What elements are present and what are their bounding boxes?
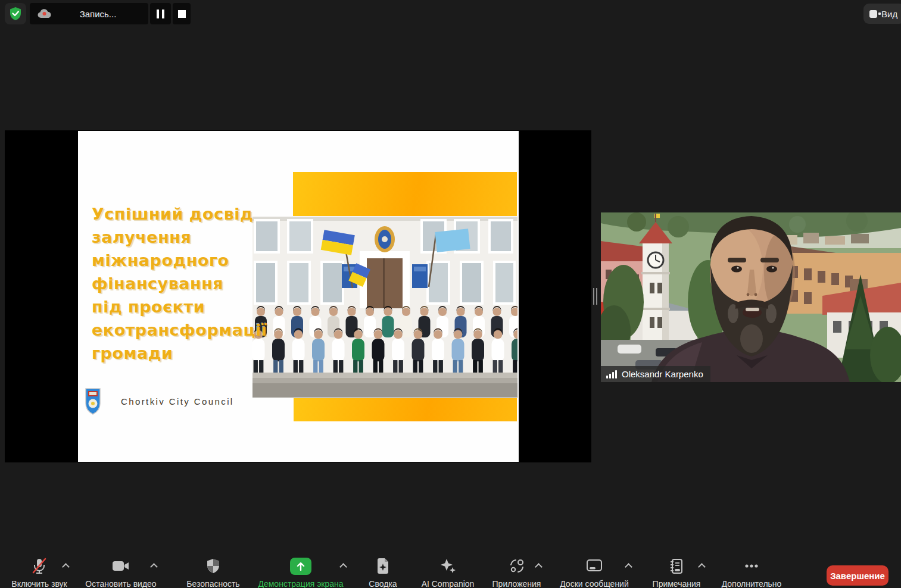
view-layout-icon [869,10,877,18]
video-camera-icon [112,559,130,573]
participant-video-scene [601,212,901,382]
more-button[interactable]: Дополнительно [722,557,781,588]
summary-document-icon [376,558,390,574]
pause-icon [155,8,166,19]
more-dots-icon [743,558,760,574]
panel-resize-handle[interactable] [593,288,598,305]
apps-button[interactable]: Приложения [488,557,545,588]
view-button-label: Вид [881,9,897,19]
slide-yellow-band-top [293,172,517,216]
share-screen-icon [290,558,311,575]
stop-icon [178,10,186,18]
cloud-recording-icon [37,8,54,20]
group-photo [252,217,517,398]
notes-button[interactable]: Примечания [649,557,704,588]
slide-title: Успішний досвід залучення міжнародного ф… [92,202,267,365]
notes-icon [669,558,684,574]
stop-recording-button[interactable] [173,3,191,24]
participant-name-tag: Oleksandr Karpenko [601,366,710,382]
shield-check-icon [9,7,22,21]
presentation-slide: Успішний досвід залучення міжнародного ф… [78,131,519,462]
chortkiv-coat-of-arms [85,387,101,415]
apps-icon [509,558,525,574]
end-meeting-button[interactable]: Завершение [827,565,888,586]
stop-video-button[interactable]: Остановить видео [80,557,161,588]
security-button[interactable]: Безопасность [180,557,246,588]
unmute-button[interactable]: Включить звук [6,557,73,588]
ai-companion-sparkle-icon [439,558,456,574]
whiteboards-button[interactable]: Доски сообщений [555,557,634,588]
participant-video-tile[interactable]: Oleksandr Karpenko [601,212,901,382]
zoom-meeting-window: Запись... Вид [0,0,901,588]
share-screen-button[interactable]: Демонстрация экрана [253,557,348,588]
recording-indicator: Запись... [30,3,148,24]
shared-screen-stage: Успішний досвід залучення міжнародного ф… [5,130,591,462]
slide-yellow-band-bottom [294,398,517,421]
organization-label: Chortkiv City Council [121,396,234,406]
recording-status-label: Запись... [54,9,148,19]
audio-signal-icon [606,370,617,379]
meeting-security-badge[interactable] [5,3,26,24]
pause-recording-button[interactable] [150,3,171,24]
whiteboard-icon [586,559,603,573]
microphone-muted-icon [32,558,47,574]
summary-button[interactable]: Сводка [364,557,401,588]
ai-companion-button[interactable]: AI Companion [417,557,479,588]
security-shield-icon [206,558,220,574]
view-button[interactable]: Вид [863,4,901,24]
participant-name: Oleksandr Karpenko [622,369,703,379]
meeting-toolbar: Включить звук Остановить видео Безопа [0,553,901,588]
